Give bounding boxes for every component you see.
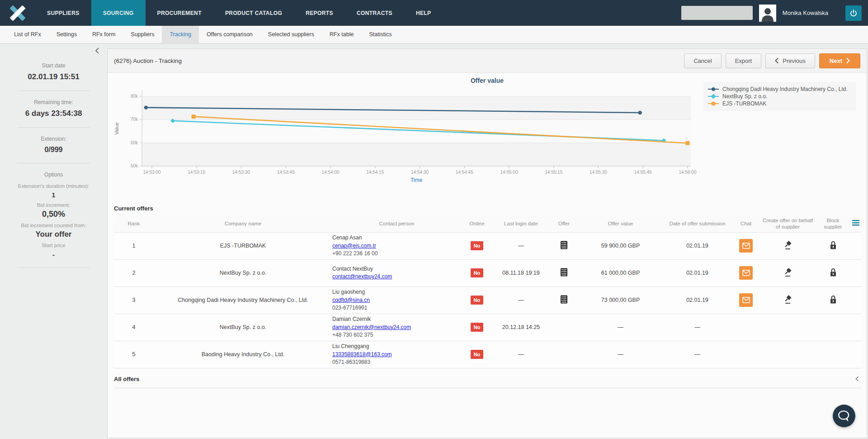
diamond-marker-icon (708, 94, 719, 99)
last-login-cell: — (493, 243, 549, 249)
table-menu-icon (852, 220, 859, 226)
tab-statistics[interactable]: Statistics (361, 26, 399, 43)
view-offer-button[interactable] (560, 241, 568, 249)
block-supplier-button[interactable] (830, 295, 837, 304)
contact-name: Liu gaosheng (332, 289, 365, 295)
submission-date-cell: 02.01.19 (662, 270, 732, 276)
block-supplier-cell (816, 268, 850, 278)
chat-cell (732, 266, 760, 280)
tab-rfx-form[interactable]: RFx form (85, 26, 123, 43)
create-offer-on-behalf-button[interactable] (783, 295, 793, 304)
chat-cell (732, 239, 760, 253)
all-offers-section[interactable]: All offers (114, 369, 862, 388)
cancel-button[interactable]: Cancel (684, 53, 721, 68)
tab-selected-suppliers[interactable]: Selected suppliers (260, 26, 322, 43)
tab-rfx-table[interactable]: RFx table (322, 26, 362, 43)
chevron-right-icon (846, 57, 850, 64)
nav-item-contracts[interactable]: CONTRACTS (345, 0, 404, 26)
contact-email-link[interactable]: contact@nextbuy24.com (332, 273, 392, 280)
column-header-contact-person: Contact person (332, 219, 461, 229)
tab-suppliers[interactable]: Suppliers (123, 26, 162, 43)
tab-offers-comparison[interactable]: Offers comparison (199, 26, 260, 43)
gavel-icon (783, 295, 793, 304)
nav-item-reports[interactable]: REPORTS (294, 0, 345, 26)
previous-button[interactable]: Previous (765, 53, 815, 68)
view-offer-button[interactable] (560, 295, 568, 304)
svg-text:14:53:00: 14:53:00 (143, 170, 161, 175)
nav-item-help[interactable]: HELP (404, 0, 443, 26)
svg-text:Value: Value (114, 122, 119, 134)
block-supplier-button[interactable] (830, 268, 837, 277)
contact-email-link[interactable]: cenap@ejs.com.tr (332, 243, 376, 249)
chevron-left-icon[interactable] (854, 376, 860, 382)
contact-email-link[interactable]: cqdftd@sina.cn (332, 297, 370, 303)
tab-settings[interactable]: Settings (49, 26, 85, 43)
table-menu-button[interactable] (850, 218, 862, 229)
nav-item-suppliers[interactable]: SUPPLIERS (35, 0, 91, 26)
rank-cell: 5 (114, 351, 154, 358)
legend-label: NextBuy Sp. z o.o. (722, 93, 767, 100)
legend-item-nextbuy-sp-z-o-o[interactable]: NextBuy Sp. z o.o. (708, 93, 852, 100)
lock-icon (830, 268, 837, 277)
legend-label: Chongqing Dadi Heavy Industry Machinery … (722, 86, 848, 92)
tab-tracking[interactable]: Tracking (162, 26, 198, 43)
divider (18, 127, 90, 128)
nav-item-product-catalog[interactable]: PRODUCT CATALOG (213, 0, 294, 26)
svg-text:14:53:15: 14:53:15 (188, 170, 205, 175)
column-header-date-of-offer-submission: Date of offer submission (662, 219, 732, 229)
rfx-tabbar: List of RFxSettingsRFx formSuppliersTrac… (0, 26, 868, 43)
chevron-left-icon (775, 57, 779, 64)
offer-cell (549, 295, 579, 305)
nav-item-sourcing[interactable]: SOURCING (91, 0, 146, 26)
contact-email-link[interactable]: damian.czernik@nextbuy24.com (332, 324, 411, 330)
tab-list-of-rfx[interactable]: List of RFx (6, 26, 49, 43)
nav-item-procurement[interactable]: PROCUREMENT (146, 0, 213, 26)
logout-button[interactable] (845, 5, 862, 21)
offer-cell (549, 268, 579, 278)
navbar-menu: SUPPLIERSSOURCINGPROCUREMENTPRODUCT CATA… (35, 0, 443, 26)
export-button[interactable]: Export (726, 53, 762, 68)
extension-value: 0/999 (0, 146, 107, 154)
rank-cell: 2 (114, 270, 154, 276)
auction-sidebar: Start date 02.01.19 15:51 Remaining time… (0, 43, 107, 439)
contact-name: Cenap Asan (332, 234, 362, 241)
create-offer-on-behalf-button[interactable] (783, 241, 793, 250)
chat-button[interactable] (739, 266, 753, 280)
offer-value-cell: — (579, 351, 662, 358)
contact-person-cell: Liu Chenggang13335883618@163.com0571-863… (332, 343, 461, 366)
support-chat-button[interactable] (833, 405, 855, 427)
online-cell: No (461, 241, 493, 250)
contact-email-link[interactable]: 13335883618@163.com (332, 351, 392, 358)
legend-item-ejs-turbomak[interactable]: EJS -TURBOMAK (708, 100, 852, 107)
create-offer-on-behalf-button[interactable] (783, 268, 793, 277)
legend-item-chongqing-dadi-heavy-industry-machinery-co-ltd[interactable]: Chongqing Dadi Heavy Industry Machinery … (708, 86, 852, 92)
gavel-icon (783, 241, 793, 250)
app-logo[interactable] (0, 0, 35, 26)
extension-duration-label: Extension's duration (minutes): (0, 183, 107, 189)
chat-button[interactable] (739, 239, 753, 253)
contact-phone: 0571-86319883 (332, 359, 370, 365)
svg-text:14:56:00: 14:56:00 (679, 170, 697, 175)
search-input[interactable] (681, 6, 753, 20)
view-offer-button[interactable] (560, 268, 568, 277)
column-header-block-supplier: Block supplier (816, 215, 850, 232)
remaining-time-value: 6 days 23:54:38 (0, 109, 107, 118)
contact-person-cell: Damian Czernikdamian.czernik@nextbuy24.c… (332, 315, 461, 339)
page-title: (6276) Auction - Tracking (114, 57, 182, 64)
block-supplier-button[interactable] (830, 241, 837, 250)
submission-date-cell: — (662, 351, 732, 358)
current-offers-section: Current offers RankCompany nameContact p… (114, 205, 862, 388)
legend-label: EJS -TURBOMAK (722, 100, 766, 107)
offer-document-icon (560, 295, 568, 304)
user-name: Monika Kowalska (783, 10, 828, 16)
block-supplier-cell (816, 295, 850, 305)
next-button[interactable]: Next (819, 53, 860, 68)
chevron-left-icon (94, 47, 100, 54)
avatar[interactable] (759, 5, 776, 22)
lock-icon (830, 295, 837, 304)
company-name-cell: Chongqing Dadi Heavy Industry Machinery … (154, 297, 332, 303)
online-status-badge: No (471, 268, 484, 277)
chat-button[interactable] (739, 293, 753, 307)
contact-name: Liu Chenggang (332, 343, 369, 349)
sidebar-collapse-button[interactable] (94, 47, 101, 54)
